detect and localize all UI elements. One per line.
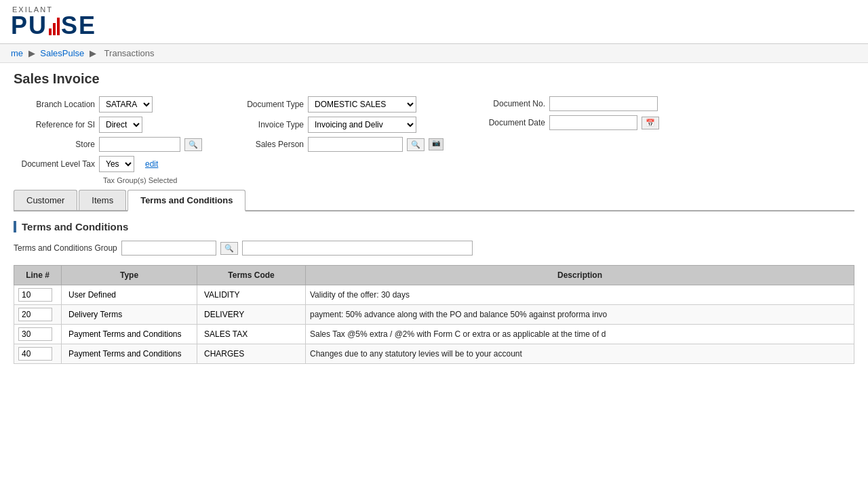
form-area: Branch Location SATARA Reference for SI … (14, 96, 854, 184)
doc-date-row: Document Date 5-Sep-2014 📅 (464, 115, 659, 130)
tab-customer[interactable]: Customer (14, 190, 77, 210)
form-col-middle: Document Type DOMESTIC SALES Invoice Typ… (222, 96, 443, 184)
cell-line-0[interactable] (14, 285, 62, 305)
edit-link[interactable]: edit (145, 159, 158, 169)
form-col-right: Document No. Document Date 5-Sep-2014 📅 (464, 96, 659, 184)
doc-type-row: Document Type DOMESTIC SALES (222, 96, 443, 113)
tabs: Customer Items Terms and Conditions (14, 190, 854, 211)
calendar-btn[interactable]: 📅 (642, 117, 659, 129)
doc-tax-label: Document Level Tax (14, 159, 95, 169)
table-row: Changes due to any statutory levies will… (14, 344, 854, 364)
table-row: Sales Tax @5% extra / @2% with Form C or… (14, 325, 854, 344)
cell-code-3[interactable] (197, 344, 306, 364)
pulse-logo: P U SE (11, 14, 96, 38)
terms-table: Line # Type Terms Code Description Valid… (14, 265, 854, 364)
cell-code-1[interactable] (197, 305, 306, 325)
reference-row: Reference for SI Direct (14, 117, 202, 133)
invoice-type-select[interactable]: Invoicing and Deliv (308, 117, 416, 133)
bar3 (57, 18, 60, 35)
store-input[interactable]: FGS (99, 137, 180, 152)
tnc-group-desc-input[interactable]: Sales Terms and Conditions (242, 241, 473, 256)
tax-group-note: Tax Group(s) Selected (103, 176, 177, 184)
tnc-group-label: Terms and Conditions Group (14, 243, 117, 253)
header-terms-code: Terms Code (197, 266, 306, 285)
invoice-type-row: Invoice Type Invoicing and Deliv (222, 117, 443, 133)
top-bar: EXILANT P U SE (0, 0, 868, 44)
cell-desc-2: Sales Tax @5% extra / @2% with Form C or… (306, 325, 854, 344)
bar1 (49, 28, 52, 35)
pulse-se: SE (61, 14, 96, 38)
breadcrumb-sep1: ▶ (28, 48, 38, 58)
doc-tax-row: Document Level Tax Yes edit (14, 156, 202, 172)
form-col-left: Branch Location SATARA Reference for SI … (14, 96, 202, 184)
cell-desc-3: Changes due to any statutory levies will… (306, 344, 854, 364)
sales-person-label: Sales Person (222, 140, 304, 149)
breadcrumb-salespulse[interactable]: SalesPulse (40, 48, 84, 58)
sales-person-input[interactable]: admin (308, 137, 403, 152)
doc-type-label: Document Type (222, 100, 304, 109)
header-line: Line # (14, 266, 62, 285)
table-header-row: Line # Type Terms Code Description (14, 266, 854, 285)
header-type: Type (62, 266, 197, 285)
doc-tax-select[interactable]: Yes (99, 156, 134, 172)
tnc-group-row: Terms and Conditions Group SALES T N C 🔍… (14, 241, 854, 256)
store-search-btn[interactable]: 🔍 (184, 138, 202, 151)
cell-code-2[interactable] (197, 325, 306, 344)
doc-no-row: Document No. (464, 96, 659, 111)
pulse-u: U (28, 14, 47, 38)
breadcrumb-transactions: Transactions (104, 48, 155, 58)
cell-line-1[interactable] (14, 305, 62, 325)
breadcrumb-sep2: ▶ (90, 48, 99, 58)
pulse-p: P (11, 14, 28, 38)
cell-code-0[interactable] (197, 285, 306, 305)
cell-line-2[interactable] (14, 325, 62, 344)
doc-type-select[interactable]: DOMESTIC SALES (308, 96, 416, 113)
camera-icon[interactable]: 📷 (429, 138, 443, 150)
cell-type-0[interactable] (62, 285, 197, 305)
cell-line-3[interactable] (14, 344, 62, 364)
cell-desc-0: Validity of the offer: 30 days (306, 285, 854, 305)
breadcrumb: me ▶ SalesPulse ▶ Transactions (0, 44, 868, 63)
terms-section: Terms and Conditions Terms and Condition… (14, 221, 854, 364)
doc-no-label: Document No. (464, 99, 545, 108)
invoice-type-label: Invoice Type (222, 120, 304, 129)
doc-no-input[interactable] (549, 96, 658, 111)
page-content: Sales Invoice Branch Location SATARA Ref… (0, 63, 868, 372)
doc-date-label: Document Date (464, 118, 545, 127)
table-row: payment: 50% advance along with the PO a… (14, 305, 854, 325)
logo: EXILANT P U SE (11, 5, 96, 38)
branch-label: Branch Location (14, 100, 95, 109)
tab-terms-and-conditions[interactable]: Terms and Conditions (127, 190, 245, 211)
breadcrumb-home[interactable]: me (11, 48, 23, 58)
sales-person-search-btn[interactable]: 🔍 (407, 138, 425, 151)
store-row: Store FGS 🔍 (14, 137, 202, 152)
tax-group-row: Tax Group(s) Selected (14, 176, 202, 184)
header-description: Description (306, 266, 854, 285)
store-label: Store (14, 140, 95, 149)
bar2 (53, 23, 56, 35)
table-row: Validity of the offer: 30 days (14, 285, 854, 305)
reference-label: Reference for SI (14, 120, 95, 129)
tnc-group-code-input[interactable]: SALES T N C (121, 241, 216, 256)
branch-row: Branch Location SATARA (14, 96, 202, 113)
page-title: Sales Invoice (14, 71, 854, 87)
cell-type-2[interactable] (62, 325, 197, 344)
reference-select[interactable]: Direct (99, 117, 142, 133)
tnc-group-search-btn[interactable]: 🔍 (220, 242, 238, 255)
sales-person-row: Sales Person admin 🔍 📷 (222, 137, 443, 152)
cell-type-1[interactable] (62, 305, 197, 325)
cell-desc-1: payment: 50% advance along with the PO a… (306, 305, 854, 325)
cell-type-3[interactable] (62, 344, 197, 364)
bar-chart-icon (49, 16, 60, 35)
tab-items[interactable]: Items (79, 190, 126, 210)
branch-select[interactable]: SATARA (99, 96, 153, 113)
terms-section-title: Terms and Conditions (14, 221, 854, 232)
doc-date-input[interactable]: 5-Sep-2014 (549, 115, 637, 130)
